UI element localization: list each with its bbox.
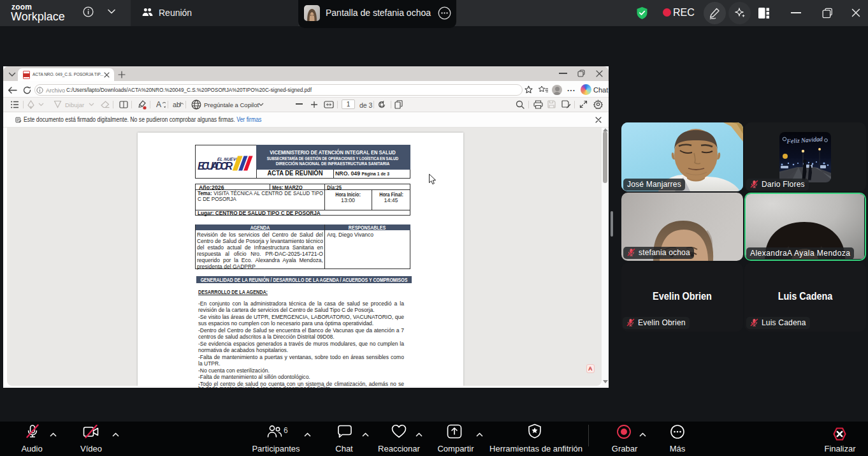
svg-text:ECUADOR: ECUADOR	[198, 161, 233, 172]
svg-text:A: A	[156, 100, 161, 109]
svg-text:ab: ab	[173, 101, 180, 108]
